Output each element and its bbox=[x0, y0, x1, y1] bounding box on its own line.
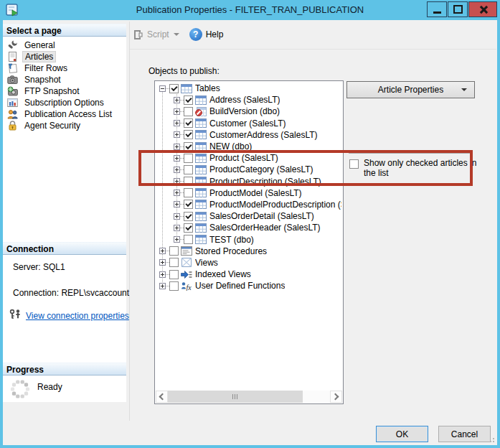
table-icon bbox=[195, 188, 207, 197]
expand-icon[interactable] bbox=[159, 271, 166, 278]
expand-icon[interactable] bbox=[174, 131, 180, 138]
table-icon bbox=[195, 130, 207, 139]
sidebar-item-articles[interactable]: Articles bbox=[3, 51, 126, 62]
table-blocked-icon bbox=[195, 107, 207, 116]
dialog-body: Script ? Help Select a page GeneralArtic… bbox=[3, 20, 497, 445]
tree-checkbox[interactable] bbox=[184, 177, 193, 186]
tree-item-label: SalesOrderDetail (SalesLT) bbox=[209, 211, 314, 221]
sidebar-item-publication-access-list[interactable]: Publication Access List bbox=[3, 108, 126, 120]
expand-icon[interactable] bbox=[174, 167, 180, 173]
article-properties-button[interactable]: Article Properties bbox=[346, 81, 475, 98]
tree-checkbox[interactable] bbox=[169, 84, 179, 93]
sidebar-item-snapshot[interactable]: Snapshot bbox=[3, 74, 126, 85]
tree-row-productdescription-saleslt[interactable]: ProductDescription (SalesLT) bbox=[156, 176, 341, 187]
tree-checkbox[interactable] bbox=[169, 270, 179, 279]
view-connection-properties-link[interactable]: View connection properties bbox=[26, 311, 129, 321]
expand-icon[interactable] bbox=[174, 120, 180, 126]
tree-row-address-saleslt[interactable]: Address (SalesLT) bbox=[156, 94, 341, 106]
scroll-right-button[interactable] bbox=[330, 391, 342, 403]
tree-checkbox[interactable] bbox=[184, 223, 193, 233]
tree-item-label: Indexed Views bbox=[195, 269, 251, 279]
expand-icon[interactable] bbox=[159, 248, 166, 254]
tree-checkbox[interactable] bbox=[184, 142, 193, 151]
tree-row-productmodel-saleslt[interactable]: ProductModel (SalesLT) bbox=[156, 187, 341, 199]
ok-button[interactable]: OK bbox=[376, 426, 428, 442]
cancel-button[interactable]: Cancel bbox=[438, 426, 491, 442]
script-button[interactable]: Script bbox=[147, 29, 169, 39]
tree-checkbox[interactable] bbox=[184, 212, 193, 221]
horizontal-scrollbar[interactable] bbox=[156, 391, 342, 403]
tree-checkbox[interactable] bbox=[184, 107, 193, 116]
sidebar-item-agent-security[interactable]: Agent Security bbox=[3, 120, 126, 131]
tree-checkbox[interactable] bbox=[184, 235, 193, 244]
server-label: Server: SQL1 bbox=[13, 262, 136, 272]
collapse-icon[interactable] bbox=[159, 85, 166, 92]
tree-checkbox[interactable] bbox=[184, 188, 193, 197]
sidebar-item-label: FTP Snapshot bbox=[22, 86, 82, 96]
tree-row-stored-procedures[interactable]: Stored Procedures bbox=[156, 246, 341, 257]
tree-row-new-dbo[interactable]: NEW (dbo) bbox=[156, 141, 341, 152]
expand-icon[interactable] bbox=[174, 236, 180, 243]
expand-icon[interactable] bbox=[174, 213, 180, 220]
tree-checkbox[interactable] bbox=[169, 258, 179, 267]
minimize-button[interactable] bbox=[427, 1, 447, 17]
tree-row-tables[interactable]: Tables bbox=[156, 83, 341, 94]
tree-checkbox[interactable] bbox=[184, 130, 193, 139]
filter-icon bbox=[7, 63, 18, 73]
tree-item-label: Stored Procedures bbox=[195, 246, 267, 256]
expand-icon[interactable] bbox=[174, 155, 180, 162]
expand-icon[interactable] bbox=[174, 144, 180, 150]
expand-icon[interactable] bbox=[174, 178, 180, 185]
tree-row-user-defined-functions[interactable]: fxUser Defined Functions bbox=[156, 280, 341, 291]
tree-row-buildversion-dbo[interactable]: BuildVersion (dbo) bbox=[156, 106, 341, 117]
tree-row-productcategory-saleslt[interactable]: ProductCategory (SalesLT) bbox=[156, 164, 341, 175]
right-panel-divider bbox=[349, 153, 472, 154]
expand-icon[interactable] bbox=[159, 259, 166, 266]
scroll-left-button[interactable] bbox=[156, 391, 168, 403]
tree-checkbox[interactable] bbox=[184, 165, 193, 174]
tree-checkbox[interactable] bbox=[184, 200, 193, 209]
svg-text:fx: fx bbox=[187, 283, 192, 291]
page-list-pane: GeneralArticlesFilter RowsSnapshotFTP Sn… bbox=[3, 37, 126, 242]
expand-icon[interactable] bbox=[174, 190, 180, 196]
maximize-button[interactable] bbox=[448, 1, 468, 17]
tree-row-product-saleslt[interactable]: Product (SalesLT) bbox=[156, 152, 341, 164]
tree-item-label: Tables bbox=[195, 83, 220, 93]
tree-checkbox[interactable] bbox=[184, 118, 193, 128]
sidebar-item-ftp-snapshot[interactable]: FTP Snapshot bbox=[3, 85, 126, 97]
script-dropdown-icon[interactable] bbox=[174, 33, 179, 36]
expand-icon[interactable] bbox=[159, 283, 166, 289]
show-only-checked-articles-checkbox[interactable] bbox=[349, 159, 359, 169]
help-button[interactable]: ? Help bbox=[189, 28, 224, 41]
tree-row-customeraddress-saleslt[interactable]: CustomerAddress (SalesLT) bbox=[156, 129, 341, 141]
tree-item-label: SalesOrderHeader (SalesLT) bbox=[209, 223, 321, 233]
tree-row-salesorderdetail-saleslt[interactable]: SalesOrderDetail (SalesLT) bbox=[156, 210, 341, 222]
tree-row-customer-saleslt[interactable]: Customer (SalesLT) bbox=[156, 118, 341, 129]
expand-icon[interactable] bbox=[174, 201, 180, 207]
sidebar-item-label: Articles bbox=[22, 51, 56, 62]
close-button[interactable] bbox=[468, 1, 497, 17]
resize-grip[interactable] bbox=[488, 436, 495, 443]
toolbar: Script ? Help bbox=[132, 24, 223, 45]
tree-row-productmodelproductdescription-sales[interactable]: ProductModelProductDescription (Sales bbox=[156, 199, 341, 210]
tree-row-test-dbo[interactable]: TEST (dbo) bbox=[156, 233, 341, 245]
sidebar-item-general[interactable]: General bbox=[3, 39, 126, 51]
tree-row-views[interactable]: Views bbox=[156, 257, 341, 269]
tree-checkbox[interactable] bbox=[169, 246, 179, 256]
tree-row-salesorderheader-saleslt[interactable]: SalesOrderHeader (SalesLT) bbox=[156, 222, 341, 233]
toolbar-divider bbox=[130, 49, 496, 50]
tree-item-label: ProductCategory (SalesLT) bbox=[209, 164, 313, 174]
tree-row-indexed-views[interactable]: Indexed Views bbox=[156, 269, 341, 280]
scrollbar-thumb[interactable] bbox=[168, 391, 303, 403]
sidebar-item-filter-rows[interactable]: Filter Rows bbox=[3, 62, 126, 74]
sidebar-main-divider bbox=[129, 22, 130, 421]
expand-icon[interactable] bbox=[174, 108, 180, 115]
scrollbar-track[interactable] bbox=[168, 391, 330, 403]
select-a-page-header: Select a page bbox=[3, 24, 126, 37]
expand-icon[interactable] bbox=[174, 97, 180, 103]
tree-checkbox[interactable] bbox=[184, 154, 193, 163]
tree-checkbox[interactable] bbox=[169, 281, 179, 291]
expand-icon[interactable] bbox=[174, 225, 180, 231]
tree-checkbox[interactable] bbox=[184, 95, 193, 105]
sidebar-item-subscription-options[interactable]: Subscription Options bbox=[3, 97, 126, 108]
